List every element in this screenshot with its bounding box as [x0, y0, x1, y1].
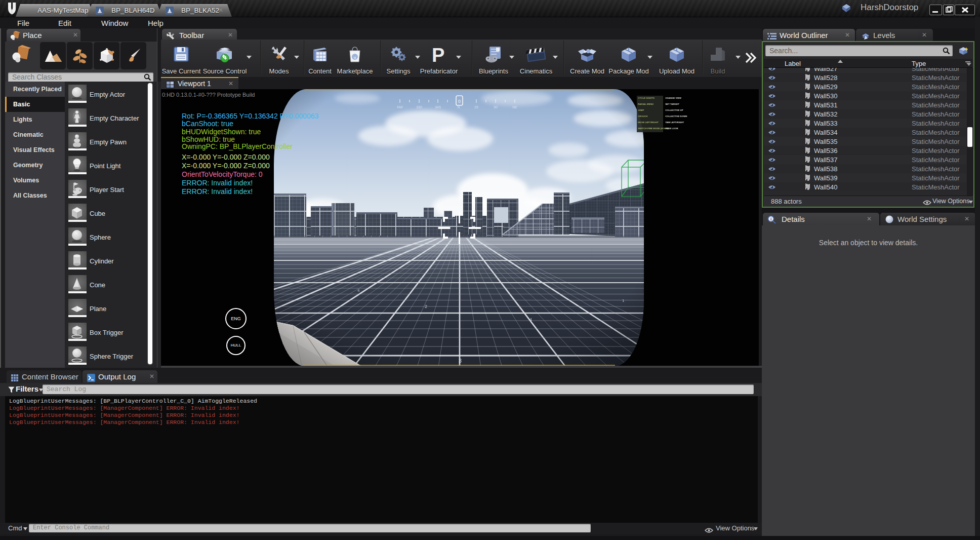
- svg-text:P: P: [432, 45, 444, 66]
- svg-text:u: u: [354, 55, 356, 60]
